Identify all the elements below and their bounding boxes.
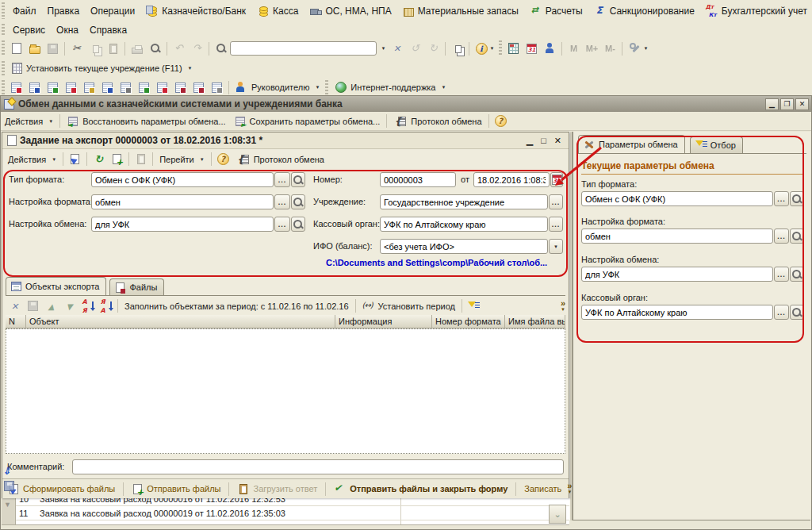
menu-settlements[interactable]: Расчеты: [524, 2, 588, 20]
column-header-info[interactable]: Информация: [335, 315, 432, 328]
paste-button[interactable]: [104, 40, 122, 57]
exchange-setting-open-button[interactable]: [291, 217, 305, 232]
tab-filter[interactable]: Отбор: [690, 136, 743, 153]
column-header-n[interactable]: N: [6, 315, 26, 328]
sort-asc-button[interactable]: [79, 298, 97, 315]
toolbar-grip[interactable]: [2, 24, 5, 36]
institution-select-button[interactable]: ...: [549, 194, 563, 209]
side-cash-authority-select-button[interactable]: ...: [774, 305, 789, 320]
report-button[interactable]: [153, 79, 171, 96]
report-button[interactable]: [208, 79, 226, 96]
calculator-button[interactable]: [504, 40, 523, 57]
format-setting-open-button[interactable]: [291, 194, 305, 209]
cash-authority-select-button[interactable]: ...: [549, 217, 563, 232]
export-path-link[interactable]: C:\Documents and Settings\comp\Рабочий с…: [326, 258, 565, 267]
report-button[interactable]: [7, 79, 25, 96]
side-format-type-open-button[interactable]: [790, 191, 804, 206]
side-format-type-field[interactable]: [581, 191, 773, 206]
minimize-button[interactable]: ▁: [765, 98, 779, 110]
menu-accounting[interactable]: Бухгалтерский учет: [700, 2, 812, 20]
report-button[interactable]: [98, 79, 117, 96]
tab-files[interactable]: Файлы: [109, 278, 164, 295]
send-and-close-button[interactable]: Отправить файлы и закрыть форму: [328, 480, 513, 497]
search-dropdown-button[interactable]: [377, 40, 388, 57]
menu-materials[interactable]: Материальные запасы: [397, 3, 524, 19]
tab-export-objects[interactable]: Объекты экспорта: [6, 277, 106, 295]
help-button[interactable]: [492, 113, 510, 130]
side-exchange-setting-field[interactable]: [581, 267, 773, 282]
report-button[interactable]: [80, 79, 98, 96]
print-button[interactable]: [128, 40, 146, 57]
toolbar-grip[interactable]: [2, 2, 5, 19]
report-button[interactable]: [25, 79, 44, 96]
side-cash-authority-field[interactable]: [581, 305, 773, 320]
menu-treasury-bank[interactable]: Казначейство/Банк: [140, 2, 251, 20]
open-button[interactable]: [25, 40, 44, 57]
format-type-field[interactable]: [91, 172, 274, 187]
side-format-setting-select-button[interactable]: ...: [774, 229, 789, 244]
menu-help[interactable]: Справка: [84, 22, 132, 38]
menu-sanctioning[interactable]: Санкционирование: [588, 2, 700, 20]
close-button[interactable]: ✕: [795, 98, 809, 110]
tab-exchange-params[interactable]: Параметры обмена: [578, 135, 685, 153]
menu-windows[interactable]: Окна: [51, 22, 84, 38]
side-format-type-select-button[interactable]: ...: [774, 191, 789, 206]
new-document-button[interactable]: [7, 40, 25, 57]
export-objects-table-body[interactable]: [6, 328, 565, 454]
report-button[interactable]: [62, 79, 80, 96]
ifo-field[interactable]: [380, 239, 548, 254]
move-up-button[interactable]: [42, 298, 60, 315]
generate-files-button[interactable]: Сформировать файлы: [2, 481, 121, 497]
side-cash-authority-open-button[interactable]: [790, 305, 804, 320]
format-type-open-button[interactable]: [291, 172, 305, 187]
redo-button[interactable]: [188, 40, 206, 57]
menu-edit[interactable]: Правка: [42, 3, 86, 19]
column-header-format-number[interactable]: Номер формата: [432, 315, 505, 328]
toolbar-overflow-button[interactable]: [561, 300, 565, 313]
find-previous-button[interactable]: [406, 40, 424, 57]
format-setting-field[interactable]: [91, 194, 274, 209]
add-file-button[interactable]: [108, 151, 126, 168]
memory-recall-button[interactable]: M: [565, 40, 583, 57]
dialog-minimize-button[interactable]: ▁: [523, 136, 537, 146]
set-current-institution-button[interactable]: Установить текущее учреждение (F11): [7, 60, 197, 76]
user-button[interactable]: [541, 40, 559, 57]
menu-fixed-assets[interactable]: ОС, НМА, НПА: [304, 2, 396, 20]
column-header-object[interactable]: Объект: [26, 315, 335, 328]
cash-authority-field[interactable]: [380, 217, 548, 232]
scroll-down-button[interactable]: ⌄: [549, 505, 566, 524]
report-button[interactable]: [171, 79, 190, 96]
side-exchange-setting-open-button[interactable]: [790, 267, 804, 282]
comment-field[interactable]: [72, 459, 564, 474]
internet-support-button[interactable]: Интернет-поддержка: [331, 79, 450, 95]
fill-by-period-button[interactable]: Заполнить объектами за период: с 11.02.1…: [121, 300, 353, 313]
actions-menu-button[interactable]: Действия: [1, 115, 57, 128]
undo-button[interactable]: [170, 40, 188, 57]
institution-field[interactable]: [380, 194, 548, 209]
exchange-window-titlebar[interactable]: Обмен данными с казначейскими системами …: [1, 96, 811, 112]
number-field[interactable]: [380, 172, 456, 187]
refresh-button[interactable]: [90, 151, 108, 168]
clear-search-button[interactable]: [388, 40, 406, 57]
find-next-button[interactable]: [424, 40, 442, 57]
service-settings-button[interactable]: [625, 40, 652, 57]
move-down-button[interactable]: [60, 298, 79, 315]
save-button[interactable]: [44, 40, 62, 57]
set-period-button[interactable]: Установить период: [358, 298, 459, 314]
side-format-setting-open-button[interactable]: [790, 229, 804, 244]
side-format-setting-field[interactable]: [581, 229, 773, 244]
restore-button[interactable]: ❐: [780, 98, 794, 110]
save-rows-button[interactable]: [24, 298, 42, 315]
report-button[interactable]: [117, 79, 135, 96]
menu-service[interactable]: Сервис: [7, 22, 51, 38]
list-item[interactable]: 11 Заявка на кассовый расход 00000019 от…: [16, 507, 569, 520]
menu-cash[interactable]: Касса: [251, 2, 304, 20]
toolbar-grip[interactable]: [499, 40, 502, 56]
quick-search-combobox[interactable]: [230, 41, 377, 56]
filter-button[interactable]: [465, 298, 483, 315]
toolbar-grip[interactable]: [325, 80, 328, 94]
list-item[interactable]: 10 Заявка на кассовый расход 00000016 от…: [16, 498, 569, 506]
toolbar-grip[interactable]: [2, 80, 5, 94]
exchange-setting-select-button[interactable]: ...: [274, 217, 290, 232]
report-button[interactable]: [44, 79, 62, 96]
